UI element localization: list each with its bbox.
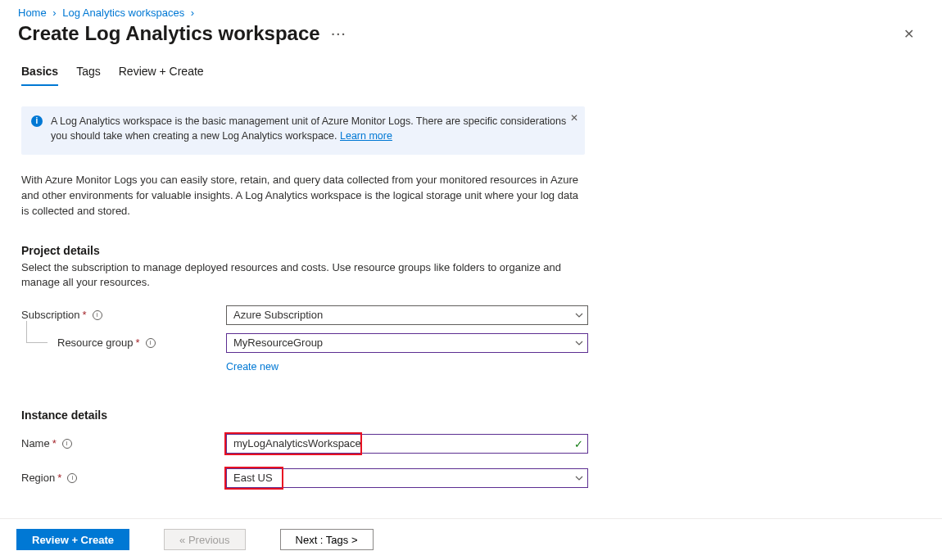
subscription-value: Azure Subscription [233, 309, 323, 321]
required-indicator: * [52, 437, 57, 449]
resource-group-select[interactable]: MyResourceGroup [226, 333, 588, 353]
breadcrumb: Home › Log Analytics workspaces › [0, 0, 942, 22]
info-banner-text: A Log Analytics workspace is the basic m… [51, 115, 566, 142]
info-icon: i [31, 115, 43, 143]
info-icon[interactable]: i [67, 473, 77, 483]
create-new-link[interactable]: Create new [226, 361, 279, 373]
project-details-sub: Select the subscription to manage deploy… [21, 260, 578, 290]
previous-button: « Previous [164, 529, 245, 550]
page-title: Create Log Analytics workspace [18, 22, 320, 45]
resource-group-value: MyResourceGroup [233, 336, 323, 349]
required-indicator: * [83, 309, 87, 321]
intro-text: With Azure Monitor Logs you can easily s… [21, 173, 585, 219]
info-icon[interactable]: i [62, 439, 72, 449]
footer-bar: Review + Create « Previous Next : Tags > [0, 518, 942, 560]
breadcrumb-home[interactable]: Home [18, 7, 47, 19]
info-banner-close[interactable]: ✕ [570, 111, 578, 125]
info-icon[interactable]: i [146, 338, 156, 348]
required-indicator: * [136, 336, 140, 349]
name-value: myLogAnalyticsWorkspace [233, 437, 361, 449]
next-button[interactable]: Next : Tags > [280, 529, 374, 550]
info-banner: i A Log Analytics workspace is the basic… [21, 106, 585, 155]
tabs: Basics Tags Review + Create [0, 60, 942, 87]
name-label: Name [21, 437, 50, 449]
check-icon: ✓ [574, 437, 583, 449]
region-value: East US [233, 472, 273, 484]
name-input[interactable]: myLogAnalyticsWorkspace [226, 434, 588, 454]
subscription-select[interactable]: Azure Subscription [226, 305, 588, 325]
chevron-right-icon: › [191, 7, 194, 19]
region-label: Region [21, 472, 55, 484]
region-select[interactable]: East US [226, 468, 588, 488]
subscription-label: Subscription [21, 309, 80, 321]
more-actions-button[interactable]: ··· [332, 27, 347, 41]
chevron-right-icon: › [52, 7, 56, 19]
project-details-title: Project details [21, 244, 585, 257]
learn-more-link[interactable]: Learn more [340, 130, 392, 142]
resource-group-label: Resource group [57, 336, 134, 349]
required-indicator: * [57, 472, 61, 484]
review-create-button[interactable]: Review + Create [16, 529, 129, 550]
tab-review-create[interactable]: Review + Create [119, 60, 204, 86]
tab-tags[interactable]: Tags [76, 60, 101, 86]
breadcrumb-log-analytics[interactable]: Log Analytics workspaces [62, 7, 184, 19]
info-icon[interactable]: i [93, 310, 102, 320]
close-icon[interactable]: ✕ [900, 23, 917, 45]
instance-details-title: Instance details [21, 409, 585, 422]
tab-basics[interactable]: Basics [21, 60, 58, 86]
